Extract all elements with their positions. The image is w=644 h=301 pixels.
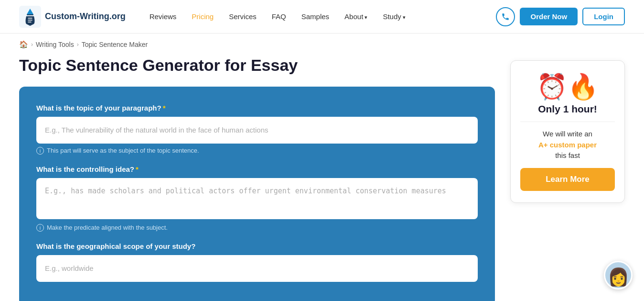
field2-hint: i Make the predicate aligned with the su… <box>36 224 478 232</box>
svg-rect-2 <box>27 14 33 15</box>
form-group-geo-scope: What is the geographical scope of your s… <box>36 242 478 282</box>
logo-text: Custom-Writing.org <box>45 11 126 22</box>
nav-services[interactable]: Services <box>222 9 263 24</box>
breadcrumb: 🏠 › Writing Tools › Topic Sentence Maker <box>0 33 644 56</box>
login-button[interactable]: Login <box>582 8 625 25</box>
order-now-button[interactable]: Order Now <box>520 8 578 25</box>
form-group-controlling-idea: What is the controlling idea?* i Make th… <box>36 165 478 232</box>
content-area: Topic Sentence Generator for Essay What … <box>19 56 510 301</box>
field1-label: What is the topic of your paragraph?* <box>36 104 478 112</box>
promo-clock-icon: ⏰🔥 <box>520 72 615 101</box>
nav-faq[interactable]: FAQ <box>265 9 293 24</box>
logo-link[interactable]: Custom-Writing.org <box>19 6 126 28</box>
promo-divider <box>520 122 615 122</box>
topic-input[interactable] <box>36 117 478 144</box>
logo-icon <box>19 6 41 28</box>
breadcrumb-writing-tools[interactable]: Writing Tools <box>36 41 74 48</box>
phone-button[interactable] <box>496 7 515 26</box>
main-nav: Reviews Pricing Services FAQ Samples Abo… <box>143 9 496 24</box>
nav-reviews[interactable]: Reviews <box>143 9 183 24</box>
home-icon[interactable]: 🏠 <box>19 40 28 49</box>
required-star-2: * <box>136 165 139 173</box>
nav-pricing[interactable]: Pricing <box>185 9 220 24</box>
breadcrumb-current: Topic Sentence Maker <box>82 41 148 48</box>
promo-description: We will write an A+ custom paper this fa… <box>520 129 615 161</box>
phone-icon <box>501 12 510 21</box>
required-star-1: * <box>163 104 166 112</box>
form-group-topic: What is the topic of your paragraph?* i … <box>36 104 478 155</box>
chat-avatar-bubble[interactable]: 👩 <box>604 261 633 290</box>
promo-title: Only 1 hour! <box>520 103 615 115</box>
nav-study[interactable]: Study <box>376 9 412 24</box>
avatar-face-icon: 👩 <box>608 267 629 287</box>
nav-about[interactable]: About <box>338 9 374 24</box>
controlling-idea-input[interactable] <box>36 178 478 219</box>
hint-icon-1: i <box>36 147 44 155</box>
learn-more-button[interactable]: Learn More <box>520 168 615 191</box>
geo-scope-input[interactable] <box>36 255 478 282</box>
breadcrumb-sep-1: › <box>31 41 33 48</box>
breadcrumb-sep-2: › <box>77 41 79 48</box>
page-title: Topic Sentence Generator for Essay <box>19 56 495 75</box>
field3-label: What is the geographical scope of your s… <box>36 242 478 250</box>
sidebar: ⏰🔥 Only 1 hour! We will write an A+ cust… <box>510 56 625 301</box>
promo-card: ⏰🔥 Only 1 hour! We will write an A+ cust… <box>510 60 625 203</box>
site-header: Custom-Writing.org Reviews Pricing Servi… <box>0 0 644 33</box>
field1-hint: i This part will serve as the subject of… <box>36 147 478 155</box>
tool-card: What is the topic of your paragraph?* i … <box>19 87 495 301</box>
header-actions: Order Now Login <box>496 7 625 26</box>
field2-label: What is the controlling idea?* <box>36 165 478 173</box>
promo-highlight: A+ custom paper <box>538 141 597 149</box>
hint-icon-2: i <box>36 224 44 232</box>
nav-samples[interactable]: Samples <box>295 9 336 24</box>
main-layout: Topic Sentence Generator for Essay What … <box>0 56 644 301</box>
